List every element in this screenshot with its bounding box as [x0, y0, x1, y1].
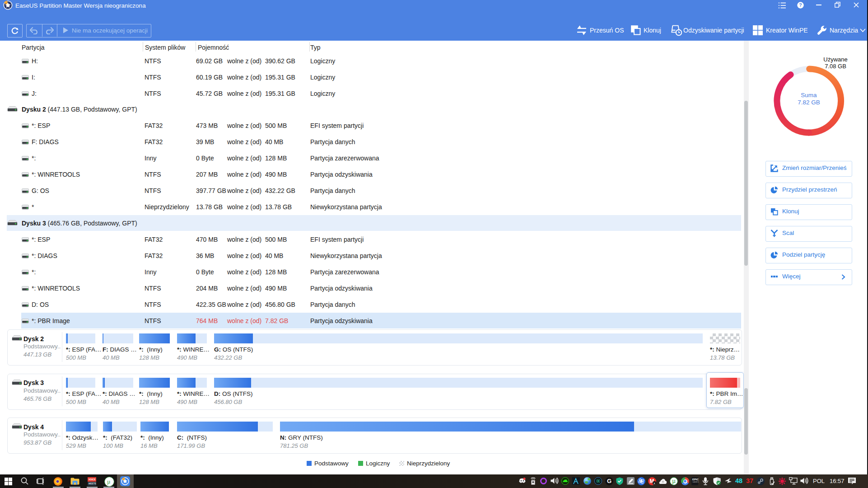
svg-text:?: ? [799, 2, 802, 8]
